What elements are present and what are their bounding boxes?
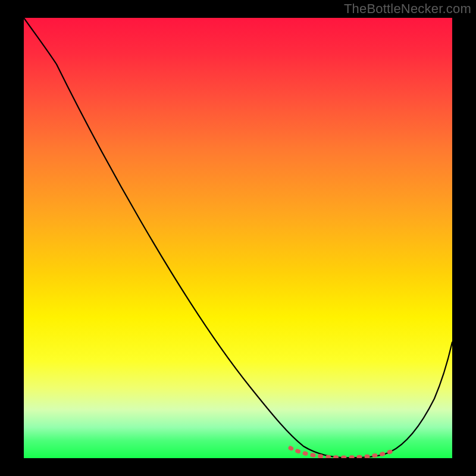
curve-svg [24, 18, 452, 458]
plot-area [24, 18, 452, 458]
watermark-text: TheBottleNecker.com [344, 1, 471, 17]
chart-frame: TheBottleNecker.com [0, 0, 476, 476]
bottleneck-curve [24, 18, 452, 458]
